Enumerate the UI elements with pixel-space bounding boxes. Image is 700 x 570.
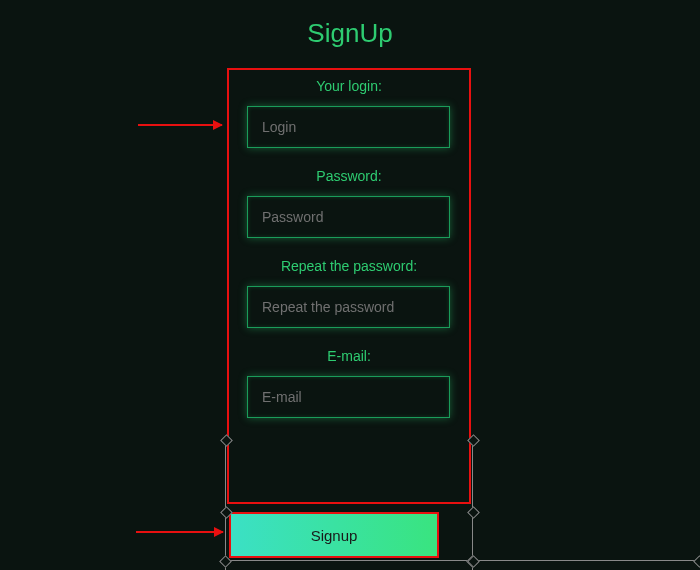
annotation-arrow-icon bbox=[138, 124, 222, 126]
login-label: Your login: bbox=[247, 78, 451, 94]
email-label: E-mail: bbox=[247, 348, 451, 364]
repeat-password-label: Repeat the password: bbox=[247, 258, 451, 274]
email-input[interactable] bbox=[247, 376, 450, 418]
ruler-guide-icon bbox=[472, 440, 473, 570]
ruler-guide-icon bbox=[225, 560, 473, 561]
login-input[interactable] bbox=[247, 106, 450, 148]
password-label: Password: bbox=[247, 168, 451, 184]
signup-form-highlight: Your login: Password: Repeat the passwor… bbox=[227, 68, 471, 504]
repeat-password-input[interactable] bbox=[247, 286, 450, 328]
ruler-guide-icon bbox=[225, 440, 226, 570]
signup-button[interactable]: Signup bbox=[231, 514, 437, 556]
ruler-guide-icon bbox=[473, 560, 700, 561]
annotation-arrow-icon bbox=[136, 531, 223, 533]
password-input[interactable] bbox=[247, 196, 450, 238]
page-title: SignUp bbox=[0, 0, 700, 49]
signup-button-highlight: Signup bbox=[229, 512, 439, 558]
